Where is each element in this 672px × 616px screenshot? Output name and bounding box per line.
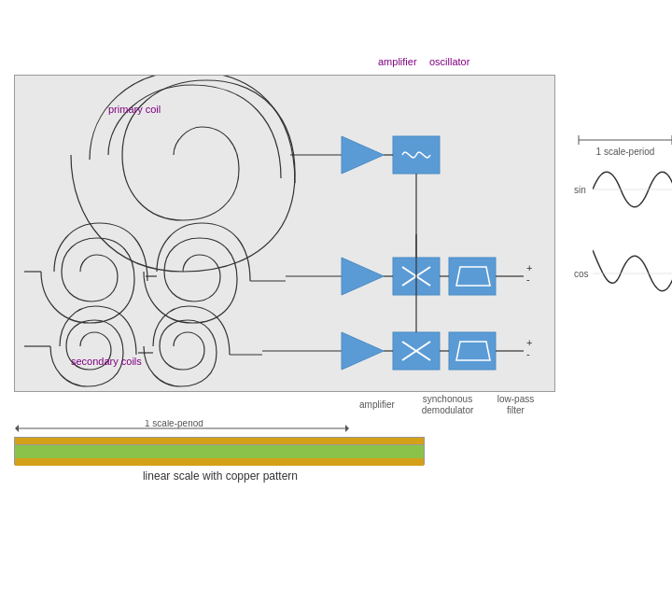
scale-top-layer [15, 438, 424, 445]
svg-text:+: + [526, 262, 532, 273]
bottom-scale-section: 1 scale-period linear scale with copper … [14, 420, 443, 437]
scale-bottom-layer [15, 458, 424, 466]
waveform-area: 1 scale-period sin cos [574, 131, 672, 373]
label-amplifier-top: amplifier [378, 56, 417, 67]
sin-waveform-row: sin [574, 161, 672, 217]
svg-marker-10 [342, 258, 384, 295]
label-synchonous-demodulator: synchonousdemodulator [417, 394, 478, 416]
sin-waveform [593, 161, 672, 217]
coils-diagram: + - + - [15, 76, 556, 393]
svg-marker-11 [342, 332, 384, 370]
label-oscillator-top: oscillator [429, 56, 469, 67]
label-primary-coil: primary coil [108, 104, 161, 115]
svg-marker-45 [345, 425, 349, 432]
svg-marker-9 [342, 136, 384, 174]
scale-strip: linear scale with copper pattern [14, 437, 425, 465]
svg-text:1 scale-period: 1 scale-period [145, 420, 203, 428]
main-diagram: amplifier oscillator [14, 56, 649, 392]
scale-mid-layer: linear scale with copper pattern [15, 445, 424, 458]
cos-waveform-row: cos [574, 245, 672, 301]
svg-text:+: + [526, 337, 532, 348]
svg-text:-: - [526, 348, 530, 359]
sin-label: sin [574, 185, 593, 195]
label-secondary-coils: secondary coils [71, 356, 142, 367]
label-low-pass-filter: low-passfilter [490, 394, 541, 416]
svg-text:-: - [526, 273, 530, 285]
svg-marker-44 [15, 425, 19, 432]
cos-label: cos [574, 269, 593, 279]
cos-waveform [593, 245, 672, 301]
scale-text: linear scale with copper pattern [15, 469, 426, 483]
scale-period-arrow-bottom: 1 scale-period [14, 420, 350, 437]
label-amplifier-bottom: amplifier [359, 399, 395, 410]
sensor-box: + - + - primary coil secondary coils [14, 75, 555, 392]
scale-period-label-right: 1 scale-period [574, 131, 672, 157]
